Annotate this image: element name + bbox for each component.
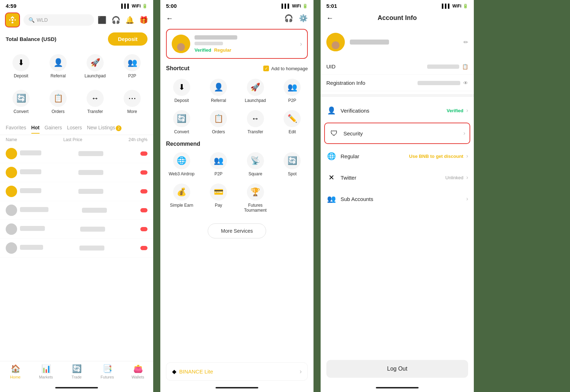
rec-spot[interactable]: 🔄 Spot bbox=[275, 149, 310, 179]
copy-uid-icon[interactable]: 📋 bbox=[462, 64, 468, 69]
sub-accounts-right: › bbox=[466, 196, 468, 202]
nav-trade[interactable]: 🔄 Trade bbox=[61, 364, 92, 379]
headset-icon-2[interactable]: 🎧 bbox=[284, 14, 293, 22]
verifications-left: 👤 Verifications bbox=[326, 105, 369, 115]
shortcut-launchpad[interactable]: 🚀 Launchpad bbox=[238, 76, 273, 106]
binance-lite-bar[interactable]: ◆ BINANCE Lite › bbox=[166, 362, 308, 381]
profile-info: Verified Regular bbox=[195, 35, 296, 53]
headset-icon[interactable]: 🎧 bbox=[112, 16, 120, 24]
price-change bbox=[140, 151, 147, 156]
nav-trade-label: Trade bbox=[72, 375, 82, 379]
divider-1 bbox=[153, 0, 160, 392]
back-icon-2[interactable]: ← bbox=[166, 14, 173, 22]
rec-square[interactable]: 📡 Square bbox=[238, 149, 273, 179]
settings-icon[interactable]: ⚙️ bbox=[299, 14, 308, 22]
p2p-action[interactable]: 👥 P2P bbox=[115, 51, 150, 81]
shortcut-transfer[interactable]: ↔ Transfer bbox=[238, 107, 273, 137]
rec-futures[interactable]: 🏆 Futures Tournament bbox=[238, 181, 273, 216]
rec-pay[interactable]: 💳 Pay bbox=[201, 181, 237, 216]
rec-p2p[interactable]: 👥 P2P bbox=[201, 149, 237, 179]
col-last-price: Last Price bbox=[63, 137, 82, 142]
sub-accounts-row[interactable]: 👥 Sub Accounts › bbox=[321, 188, 474, 210]
sub-accounts-icon: 👥 bbox=[326, 194, 336, 204]
screen3-account-info: 5:01 ▌▌▌ WiFi 🔋 ← Account Info ✏ UID 📋 bbox=[321, 0, 474, 392]
table-row[interactable] bbox=[0, 144, 153, 163]
profile-card[interactable]: Verified Regular › bbox=[166, 29, 308, 59]
chevron-right-lite: › bbox=[300, 368, 302, 375]
convert-icon: 🔄 bbox=[12, 90, 30, 107]
add-homepage-toggle[interactable]: ✓ Add to homepage bbox=[263, 66, 308, 71]
table-row[interactable] bbox=[0, 182, 153, 201]
more-action[interactable]: ⋯ More bbox=[115, 87, 150, 117]
search-icon: 🔍 bbox=[28, 17, 35, 23]
coin-price bbox=[78, 170, 103, 175]
table-row[interactable] bbox=[0, 163, 153, 182]
transfer-action[interactable]: ↔ Transfer bbox=[78, 87, 113, 117]
shortcut-launchpad-icon: 🚀 bbox=[247, 79, 264, 96]
rec-web3[interactable]: 🌐 Web3 Airdrop bbox=[164, 149, 200, 179]
regular-icon: 🌐 bbox=[326, 151, 336, 161]
back-icon-3[interactable]: ← bbox=[326, 14, 333, 22]
scan-icon[interactable]: ⬛ bbox=[98, 16, 107, 24]
coin-price bbox=[82, 208, 107, 213]
status-icons-1: ▌▌▌ WiFi 🔋 bbox=[121, 4, 147, 9]
deposit-button[interactable]: Deposit bbox=[108, 32, 147, 46]
shortcut-deposit[interactable]: ⬇ Deposit bbox=[164, 76, 200, 106]
reg-info-blur bbox=[418, 81, 460, 85]
shortcut-edit-label: Edit bbox=[289, 129, 296, 134]
rec-futures-label: Futures Tournament bbox=[239, 203, 272, 213]
binance-logo[interactable] bbox=[5, 12, 20, 27]
shortcut-edit[interactable]: ✏️ Edit bbox=[275, 107, 310, 137]
coin-price bbox=[79, 246, 104, 251]
referral-icon: 👤 bbox=[50, 54, 67, 71]
market-list bbox=[0, 144, 153, 258]
rec-earn[interactable]: 💰 Simple Earn bbox=[164, 181, 200, 216]
verifications-row[interactable]: 👤 Verifications Verified › bbox=[321, 100, 474, 121]
shortcut-referral[interactable]: 👤 Referral bbox=[201, 76, 237, 106]
launchpad-action[interactable]: 🚀 Launchpad bbox=[78, 51, 113, 81]
transfer-icon: ↔ bbox=[87, 90, 104, 107]
table-row[interactable] bbox=[0, 220, 153, 239]
referral-action[interactable]: 👤 Referral bbox=[41, 51, 76, 81]
nav-wallets[interactable]: 👛 Wallets bbox=[123, 364, 153, 379]
tab-new-listings[interactable]: New Listings2 bbox=[87, 123, 121, 133]
nav-futures[interactable]: 📑 Futures bbox=[92, 364, 123, 379]
twitter-row[interactable]: ✕ Twitter Unlinked › bbox=[321, 167, 474, 188]
security-row[interactable]: 🛡 Security › bbox=[324, 123, 470, 144]
tab-favorites[interactable]: Favorites bbox=[6, 123, 26, 133]
edit-profile-icon[interactable]: ✏ bbox=[463, 39, 468, 46]
market-tabs: Favorites Hot Gainers Losers New Listing… bbox=[0, 121, 153, 135]
more-services-button[interactable]: More Services bbox=[208, 223, 266, 238]
shortcut-orders[interactable]: 📋 Orders bbox=[201, 107, 237, 137]
balance-row: Total Balance (USD) Deposit bbox=[0, 30, 153, 48]
eye-icon[interactable]: 👁 bbox=[463, 80, 468, 86]
rec-pay-label: Pay bbox=[215, 203, 222, 208]
logout-button[interactable]: Log Out bbox=[326, 360, 468, 378]
nav-markets[interactable]: 📊 Markets bbox=[31, 364, 61, 379]
deposit-action[interactable]: ⬇ Deposit bbox=[4, 51, 38, 81]
uid-label: UID bbox=[326, 63, 336, 69]
shortcut-deposit-icon: ⬇ bbox=[173, 79, 190, 96]
binance-logo-small: ◆ bbox=[172, 368, 176, 375]
nav-home[interactable]: 🏠 Home bbox=[0, 364, 31, 379]
shortcut-convert[interactable]: 🔄 Convert bbox=[164, 107, 200, 137]
more-label: More bbox=[127, 109, 137, 114]
tab-gainers[interactable]: Gainers bbox=[45, 123, 62, 133]
table-row[interactable] bbox=[0, 239, 153, 258]
orders-action[interactable]: 📋 Orders bbox=[41, 87, 76, 117]
status-bar-2: 5:00 ▌▌▌ WiFi 🔋 bbox=[160, 0, 314, 10]
shortcut-p2p[interactable]: 👥 P2P bbox=[275, 76, 310, 106]
bell-icon[interactable]: 🔔 bbox=[125, 16, 134, 24]
chevron-security: › bbox=[463, 130, 465, 136]
regular-row[interactable]: 🌐 Regular Use BNB to get discount › bbox=[321, 145, 474, 167]
col-change: 24h chg% bbox=[129, 137, 147, 142]
table-row[interactable] bbox=[0, 201, 153, 220]
tab-hot[interactable]: Hot bbox=[31, 123, 40, 133]
convert-action[interactable]: 🔄 Convert bbox=[4, 87, 38, 117]
tab-losers[interactable]: Losers bbox=[67, 123, 82, 133]
gift-icon[interactable]: 🎁 bbox=[139, 16, 148, 24]
recommend-section: Recommend 🌐 Web3 Airdrop 👥 P2P 📡 Square … bbox=[160, 139, 314, 218]
regular-value: Use BNB to get discount bbox=[409, 154, 463, 159]
search-bar[interactable]: 🔍 WLD bbox=[24, 14, 94, 26]
time-1: 4:59 bbox=[6, 3, 16, 9]
